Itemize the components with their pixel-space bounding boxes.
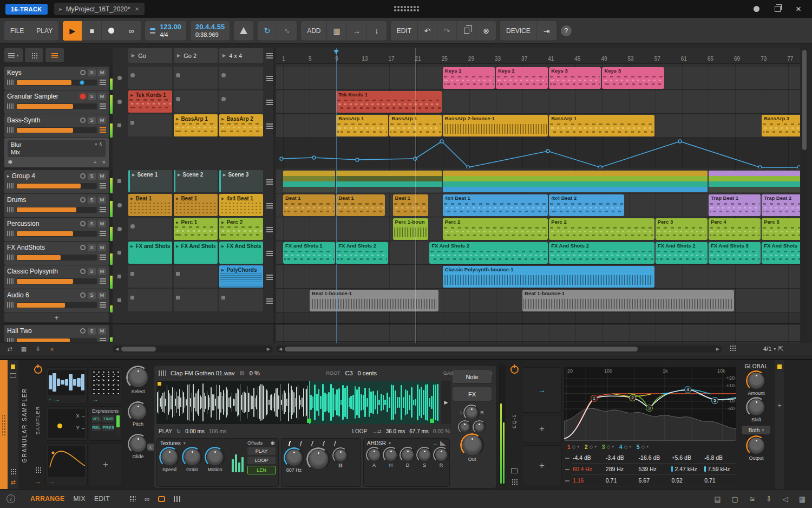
record-arm-button[interactable] [80,245,86,250]
virtual-keyboard-icon[interactable]: ▦ [799,495,806,503]
arranger-clip[interactable]: FX And Shots 2 [336,242,388,264]
modulator-icon[interactable]: ✱ [8,159,12,166]
device-power-button[interactable] [34,366,42,374]
offset-len-button[interactable]: LEN [247,466,276,474]
env-route-icon[interactable]: → [432,440,437,446]
monitor-icon[interactable] [10,373,16,378]
clip-play-icon[interactable]: ▶ [178,173,180,177]
modulator-random[interactable]: → [89,367,122,404]
arranger-clip[interactable]: Trap Beat 2 [762,194,800,216]
clip-play-icon[interactable]: ▶ [221,117,224,121]
dual-display-icon[interactable] [174,496,180,502]
close-launcher-icon[interactable]: × [47,345,57,353]
track-menu-icon[interactable] [100,278,106,284]
clip-stop-button[interactable] [117,227,122,231]
io-panel-icon[interactable]: ⇩ [766,495,772,503]
eq-q-value[interactable]: 0.52 [670,475,703,486]
modulator-steps[interactable]: ▫→ [45,367,88,404]
clip-slot[interactable]: ▶FX And Shots [174,242,218,264]
fold-tracks-icon[interactable]: ⇩ [32,345,43,353]
clip-slot[interactable]: ▶BassArp 1 [174,114,218,136]
mute-button[interactable]: M [98,292,106,299]
mapping-grid-icon[interactable] [35,467,41,473]
clip-play-icon[interactable]: ▶ [130,197,133,201]
arranger-clip[interactable]: Perc 4 [709,218,761,240]
clip-slot[interactable]: ▶Scene 3 [219,170,263,192]
clip-slot[interactable] [128,114,172,136]
clip-stop-button[interactable] [117,76,122,80]
knob-env-d[interactable] [402,449,414,461]
eq-grid-icon[interactable] [512,479,518,485]
loop-end-marker[interactable] [430,419,434,423]
track-menu-icon[interactable] [100,338,106,342]
clip-stop-button[interactable] [117,298,121,302]
track-slot-menu-icon[interactable] [266,123,273,129]
arranger-clip[interactable]: Keys 2 [496,67,548,89]
clip-slot[interactable] [128,218,172,240]
eq-node-2[interactable]: 2 [629,394,636,401]
clip-slot[interactable]: ▶Scene 2 [174,170,218,192]
eq-q-value[interactable]: 1.16 [572,475,605,486]
volume-fader[interactable] [17,255,97,260]
volume-fader[interactable] [17,231,97,237]
eq-amount-knob[interactable] [748,373,764,389]
record-arm-button[interactable] [80,328,86,334]
track-slot-menu-icon[interactable] [266,100,273,105]
clip-play-icon[interactable]: ▶ [221,244,224,249]
device-channel[interactable]: Mix [11,148,102,156]
zoom-level-select[interactable]: 4/1▾ ⇱ [763,345,783,353]
note-fx-tab[interactable]: Note [453,370,492,383]
add-device-button[interactable]: + [777,401,782,409]
eq-gain-value[interactable]: +5.6 dB [670,452,703,464]
sample-start-marker[interactable] [158,382,161,386]
eq-add-modulator-2[interactable]: + [522,445,562,486]
clip-play-icon[interactable]: ▶ [176,117,179,121]
volume-fader[interactable] [17,103,97,109]
eq-band-selector-4[interactable]: 4◇▾ [619,444,631,450]
track-header-percussion[interactable]: PercussionSM [4,218,109,241]
mute-button[interactable]: M [98,328,106,335]
arranger-clip[interactable]: FX And Shots 2 [656,242,708,264]
solo-button[interactable]: S [88,328,96,335]
audio-engine-icon[interactable]: ◁ [783,495,788,503]
add-device-icon[interactable]: + [93,159,96,165]
eq-mode-select[interactable]: Both▾ [742,426,770,434]
record-arm-button[interactable] [80,118,86,123]
textures-title[interactable]: Textures [160,440,181,446]
solo-button[interactable]: S [88,220,96,227]
volume-fader[interactable] [17,127,97,133]
solo-button[interactable]: S [88,69,96,76]
arranger-clip[interactable]: BassArp 3 [762,115,800,136]
clip-slot[interactable]: ▶Beat 1 [174,194,218,216]
eq-node-1[interactable]: 1 [591,395,598,402]
sample-preview-button[interactable]: ▶ [441,381,451,424]
arranger-clip[interactable]: Keys 3 [602,67,664,89]
track-header-group-4[interactable]: ▸Group 4SM [4,170,109,193]
modulator-envelope[interactable]: → [45,443,88,486]
knob-env-a[interactable] [368,449,380,461]
solo-button[interactable]: S [88,292,96,299]
eq-shift-knob[interactable] [748,399,764,415]
clip-slot[interactable] [174,265,218,288]
track-slot-menu-icon[interactable] [266,203,273,209]
eq-node-3[interactable]: 3 [646,405,653,412]
record-arm-button[interactable] [80,292,86,298]
track-header-drums[interactable]: DrumsSM [4,194,109,217]
clip-play-icon[interactable]: ▶ [221,220,224,225]
sample-waveform[interactable] [156,381,439,424]
eq-shape-icon[interactable]: ◇ [590,444,593,450]
track-height-icon[interactable] [730,345,736,351]
volume-fader[interactable] [17,207,97,213]
eq-shape-caret[interactable]: ▾ [612,445,614,449]
filter-freq-knob[interactable] [286,450,302,466]
modulator-grid-icon[interactable] [10,468,16,474]
clip-play-icon[interactable]: ▶ [130,93,133,97]
clip-stop-button[interactable] [117,100,122,104]
arranger-clip[interactable]: Beat 1-bounce-1 [310,290,438,311]
arranger-clip[interactable]: Beat 1 [336,194,385,216]
arranger-clip[interactable]: BassArp 2-bounce-1 [443,115,548,136]
arranger-clip[interactable]: FX And Shots 2 [429,242,548,264]
loop-start-marker[interactable] [307,419,311,423]
arranger-clip[interactable]: 4x4 Beat 1 [443,194,548,216]
volume-fader[interactable] [17,278,97,284]
